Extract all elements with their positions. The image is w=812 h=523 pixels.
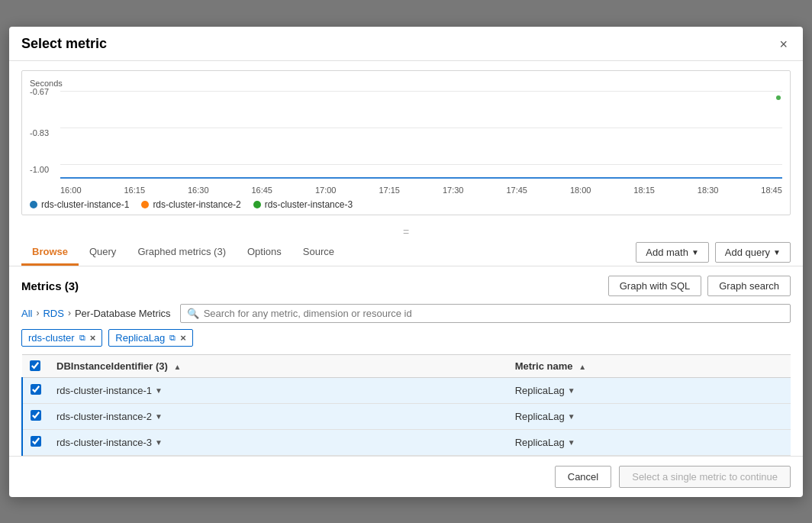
y-val-3: -1.00 — [30, 165, 49, 174]
breadcrumb-rds[interactable]: RDS — [43, 308, 63, 319]
header-db-label: DBInstanceIdentifier (3) — [56, 360, 168, 372]
instance-label-2: rds-cluster-instance-3 — [56, 437, 152, 448]
row-instance-0: rds-cluster-instance-1 ▼ — [49, 377, 508, 403]
cancel-button[interactable]: Cancel — [555, 466, 611, 488]
instance-name-2: rds-cluster-instance-3 ▼ — [56, 437, 500, 448]
chart-legend: rds-cluster-instance-1 rds-cluster-insta… — [30, 199, 782, 210]
x-label-8: 18:00 — [570, 186, 591, 195]
chart-grid: -0.67 -0.83 -1.00 — [60, 91, 782, 182]
table-row: rds-cluster-instance-3 ▼ ReplicaLag ▼ — [22, 429, 791, 455]
row-checkbox-2[interactable] — [31, 436, 41, 447]
add-math-label: Add math — [646, 247, 688, 258]
add-query-button[interactable]: Add query ▼ — [715, 242, 791, 263]
row-metric-1: ReplicaLag ▼ — [508, 403, 791, 429]
table-row: rds-cluster-instance-1 ▼ ReplicaLag ▼ — [22, 377, 791, 403]
instance-dropdown-0[interactable]: ▼ — [155, 386, 163, 395]
filter-tag-edit-1[interactable]: ⧉ — [169, 333, 176, 343]
legend-dot-2 — [253, 201, 261, 208]
select-metric-modal: Select metric × Seconds -0.67 -0.83 -1.0… — [9, 27, 803, 497]
x-label-6: 17:30 — [443, 186, 464, 195]
row-checkbox-1[interactable] — [31, 410, 41, 421]
filter-tag-edit-0[interactable]: ⧉ — [79, 333, 85, 343]
grid-line-3: -1.00 — [60, 164, 782, 165]
x-label-9: 18:15 — [633, 186, 655, 195]
header-db-instance[interactable]: DBInstanceIdentifier (3) ▲ — [49, 354, 508, 377]
grid-line-1: -0.67 — [60, 91, 782, 92]
metric-dropdown-2[interactable]: ▼ — [568, 438, 575, 447]
filter-tag-1: ReplicaLag ⧉ × — [108, 329, 193, 347]
metric-label-0: ReplicaLag — [515, 385, 565, 396]
x-label-0: 16:00 — [60, 186, 82, 195]
x-label-1: 16:15 — [124, 186, 145, 195]
legend-label-1: rds-cluster-instance-2 — [153, 199, 240, 210]
row-instance-2: rds-cluster-instance-3 ▼ — [49, 429, 508, 455]
x-label-5: 17:15 — [379, 186, 400, 195]
legend-item-1: rds-cluster-instance-2 — [141, 199, 240, 210]
chart-y-label: Seconds — [30, 79, 782, 88]
metrics-section: Metrics (3) Graph with SQL Graph search … — [9, 266, 803, 456]
legend-label-0: rds-cluster-instance-1 — [41, 199, 129, 210]
check-header — [30, 360, 41, 371]
x-label-7: 17:45 — [506, 186, 527, 195]
modal-footer: Cancel Select a single metric to continu… — [9, 456, 803, 497]
metrics-table: DBInstanceIdentifier (3) ▲ Metric name ▲ — [21, 354, 791, 456]
row-metric-0: ReplicaLag ▼ — [508, 377, 791, 403]
tab-browse[interactable]: Browse — [21, 240, 79, 266]
add-query-label: Add query — [725, 247, 770, 258]
search-input[interactable] — [204, 308, 784, 319]
add-math-button[interactable]: Add math ▼ — [636, 242, 709, 263]
row-checkbox-0[interactable] — [31, 384, 41, 395]
filter-tag-close-1[interactable]: × — [180, 333, 186, 343]
close-button[interactable]: × — [776, 36, 791, 53]
legend-dot-0 — [30, 201, 37, 208]
instance-dropdown-1[interactable]: ▼ — [155, 412, 163, 421]
filter-tag-label-1: ReplicaLag — [115, 332, 165, 344]
chart-x-labels: 16:00 16:15 16:30 16:45 17:00 17:15 17:3… — [30, 186, 782, 195]
metric-dropdown-0[interactable]: ▼ — [568, 386, 575, 395]
chart-dot — [776, 95, 781, 100]
legend-item-0: rds-cluster-instance-1 — [30, 199, 129, 210]
header-checkbox[interactable] — [30, 360, 40, 371]
drag-handle[interactable]: = — [9, 224, 803, 240]
x-label-2: 16:30 — [188, 186, 209, 195]
tab-query[interactable]: Query — [79, 240, 127, 266]
legend-label-2: rds-cluster-instance-3 — [265, 199, 353, 210]
metric-name-2: ReplicaLag ▼ — [515, 437, 783, 448]
add-query-arrow: ▼ — [773, 248, 781, 257]
instance-dropdown-2[interactable]: ▼ — [155, 438, 163, 447]
tab-graphed-metrics[interactable]: Graphed metrics (3) — [127, 240, 237, 266]
select-metric-button: Select a single metric to continue — [619, 466, 791, 488]
metrics-actions: Graph with SQL Graph search — [608, 276, 791, 296]
row-instance-1: rds-cluster-instance-2 ▼ — [49, 403, 508, 429]
instance-label-1: rds-cluster-instance-2 — [56, 411, 152, 422]
sort-arrow-0: ▲ — [174, 363, 182, 371]
row-checkbox-cell-2 — [22, 429, 49, 455]
breadcrumb-sep-0: › — [36, 308, 39, 318]
breadcrumb-all[interactable]: All — [21, 308, 32, 319]
header-metric-name[interactable]: Metric name ▲ — [508, 354, 791, 377]
metric-name-0: ReplicaLag ▼ — [515, 385, 783, 396]
legend-dot-1 — [141, 201, 149, 208]
metrics-header: Metrics (3) Graph with SQL Graph search — [21, 276, 791, 296]
add-math-arrow: ▼ — [691, 248, 699, 257]
row-checkbox-cell-1 — [22, 403, 49, 429]
instance-name-0: rds-cluster-instance-1 ▼ — [56, 385, 500, 396]
tab-options[interactable]: Options — [237, 240, 292, 266]
instance-label-0: rds-cluster-instance-1 — [56, 385, 152, 396]
metric-dropdown-1[interactable]: ▼ — [568, 412, 575, 421]
metrics-title: Metrics (3) — [21, 279, 79, 292]
instance-name-1: rds-cluster-instance-2 ▼ — [56, 411, 500, 422]
tab-source[interactable]: Source — [292, 240, 345, 266]
x-label-11: 18:45 — [761, 186, 782, 195]
modal-header: Select metric × — [9, 27, 803, 61]
graph-search-button[interactable]: Graph search — [707, 276, 791, 296]
modal-title: Select metric — [21, 36, 107, 52]
search-icon: 🔍 — [187, 308, 199, 319]
y-val-1: -0.67 — [30, 87, 49, 96]
graph-with-sql-button[interactable]: Graph with SQL — [608, 276, 702, 296]
filter-tag-close-0[interactable]: × — [90, 333, 96, 343]
chart-area: Seconds -0.67 -0.83 -1.00 16:00 16 — [21, 70, 791, 215]
modal-overlay: Select metric × Seconds -0.67 -0.83 -1.0… — [0, 0, 812, 523]
filter-tag-label-0: rds-cluster — [28, 332, 75, 344]
breadcrumb-sep-1: › — [68, 308, 71, 318]
